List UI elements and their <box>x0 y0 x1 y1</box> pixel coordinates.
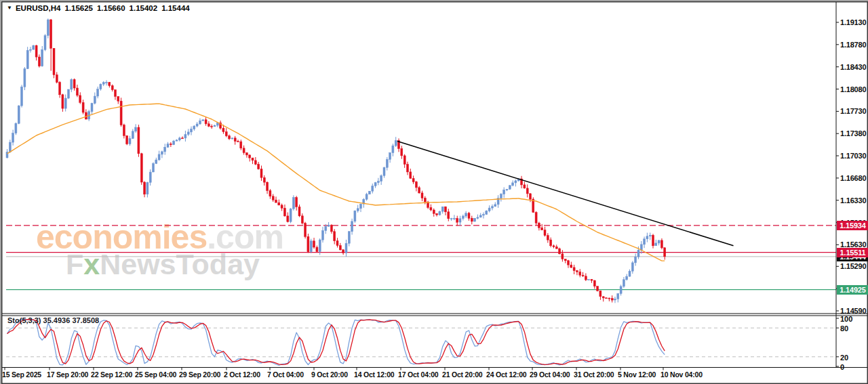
pane-sizer[interactable] <box>2 312 867 317</box>
trading-chart-window: economies.com FxNewsToday 1.191301.18780… <box>0 0 868 384</box>
time-axis[interactable] <box>2 368 867 383</box>
main-chart-area[interactable] <box>6 7 836 313</box>
symbol-dropdown-icon[interactable]: ▼ <box>7 5 12 11</box>
quote-high: 1.15660 <box>97 4 125 12</box>
symbol-timeframe-label: EURUSD,H4 <box>16 4 60 12</box>
quote-close: 1.15444 <box>161 4 190 12</box>
indicator-label: Sto(5,3,3) 35.4936 37.8508 <box>7 316 99 324</box>
quote-low: 1.15402 <box>130 4 158 12</box>
symbol-title: ▼EURUSD,H41.156251.156601.154021.15444 <box>7 4 190 12</box>
indicator-pane[interactable] <box>6 317 836 367</box>
quote-open: 1.15625 <box>64 4 93 12</box>
